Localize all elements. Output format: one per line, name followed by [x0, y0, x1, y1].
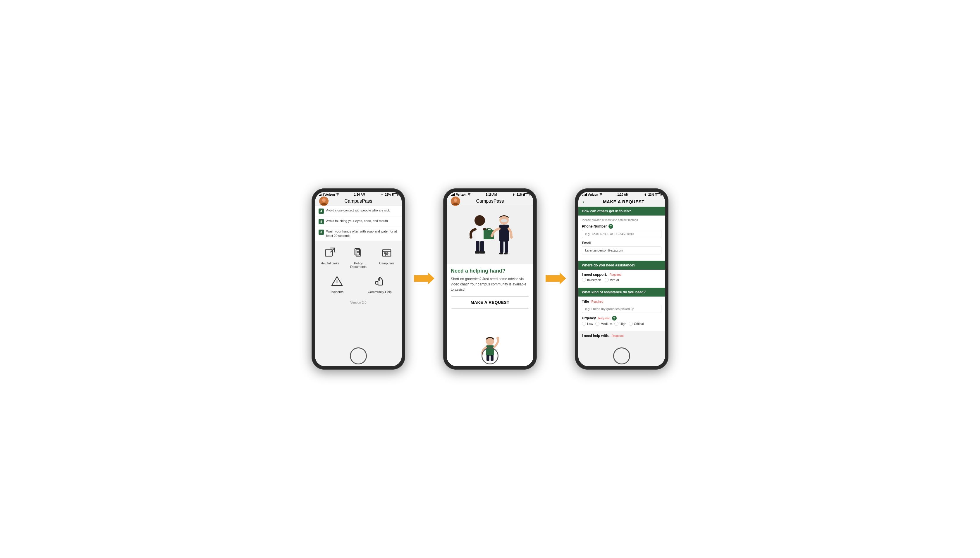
celebration-illustration [475, 334, 505, 363]
helping-desc: Short on groceries? Just need some advic… [451, 276, 529, 292]
nav-campuses[interactable]: Campuses [374, 246, 399, 269]
battery-icon-3 [655, 193, 661, 196]
nav-policy-documents[interactable]: Policy Documents [346, 246, 371, 269]
phone-input[interactable] [582, 230, 662, 238]
app-title-1: CampusPass [344, 199, 372, 204]
svg-rect-36 [486, 355, 489, 361]
help-with-section: I need help with: Required [578, 332, 665, 341]
assistance-section-header: What kind of assistance do you need? [578, 288, 665, 297]
battery-1: 22% [385, 193, 391, 196]
critical-label: Critical [634, 322, 644, 325]
critical-radio[interactable] [629, 322, 633, 326]
virtual-label: Virtual [610, 278, 619, 282]
battery-icon-2 [524, 193, 529, 196]
phone3-form[interactable]: How can others get in touch? Please prov… [578, 207, 665, 366]
svg-rect-23 [476, 241, 479, 252]
nav-incidents[interactable]: Incidents [317, 274, 356, 294]
help-with-label: I need help with: Required [582, 334, 662, 338]
carrier-3: Verizon [588, 193, 598, 196]
svg-rect-37 [491, 355, 494, 361]
support-label: I need support: Required [582, 272, 662, 277]
email-input[interactable] [582, 246, 662, 254]
policy-docs-label: Policy Documents [346, 261, 371, 269]
svg-rect-24 [480, 241, 484, 252]
nav-helpful-links[interactable]: Helpful Links [317, 246, 342, 269]
nav-community-help[interactable]: Community Help [360, 274, 399, 294]
list-text-4: Avoid close contact with people who are … [326, 208, 390, 213]
contact-section-header: How can others get in touch? [578, 207, 665, 215]
svg-point-20 [469, 236, 473, 239]
title-required: Required [591, 300, 603, 303]
svg-rect-28 [499, 225, 509, 241]
version-text: Version 2.0 [315, 298, 402, 307]
location-section-header: Where do you need assistance? [578, 261, 665, 270]
illustration-area [447, 206, 533, 264]
status-bar-1: Verizon 1:16 AM 22% [315, 192, 402, 197]
urgency-help-icon[interactable]: ? [612, 316, 617, 320]
wifi-icon-3 [599, 193, 602, 196]
make-request-button[interactable]: MAKE A REQUEST [451, 296, 529, 309]
battery-icon-1 [392, 193, 397, 196]
low-label: Low [587, 322, 593, 325]
signal-icon-3 [583, 193, 587, 196]
virtual-radio[interactable] [605, 278, 609, 282]
nav-grid-1: Helpful Links Policy Documents [315, 241, 402, 273]
wifi-icon [336, 193, 339, 196]
medium-label: Medium [601, 322, 612, 325]
urgency-high[interactable]: High [614, 322, 626, 326]
status-bar-3: Verizon 1:20 AM 21% [578, 192, 665, 197]
wifi-icon-2 [468, 193, 471, 196]
svg-rect-19 [475, 226, 484, 242]
high-label: High [620, 322, 626, 325]
time-2: 1:18 AM [486, 193, 497, 196]
virtual-option[interactable]: Virtual [605, 278, 619, 282]
urgency-critical[interactable]: Critical [629, 322, 644, 326]
app-header-1: CampusPass [315, 197, 402, 206]
helping-title: Need a helping hand? [451, 268, 529, 274]
in-person-radio[interactable] [582, 278, 586, 282]
documents-icon [351, 246, 365, 260]
support-radio-group: In-Person Virtual [582, 278, 662, 282]
svg-point-30 [510, 236, 513, 239]
medium-radio[interactable] [595, 322, 599, 326]
in-person-option[interactable]: In-Person [582, 278, 601, 282]
phone2-text-body: Need a helping hand? Short on groceries?… [447, 264, 533, 331]
phone2-body: Need a helping hand? Short on groceries?… [447, 206, 533, 366]
assistance-form-section: Title Required Urgency Required ? Low [578, 297, 665, 331]
svg-rect-26 [480, 251, 485, 254]
svg-point-1 [322, 198, 326, 202]
urgency-medium[interactable]: Medium [595, 322, 612, 326]
battery-2: 21% [517, 193, 522, 196]
carrier-2: Verizon [456, 193, 466, 196]
svg-marker-38 [546, 272, 566, 284]
make-request-title: MAKE A REQUEST [586, 199, 661, 204]
list-num-5: 5 [318, 219, 324, 224]
make-request-header: ‹ MAKE A REQUEST [578, 197, 665, 207]
email-label: Email [582, 241, 662, 245]
phone1-screen: 4 Avoid close contact with people who ar… [315, 206, 402, 366]
high-radio[interactable] [614, 322, 619, 326]
helping-illustration [461, 209, 519, 261]
hand-icon [373, 274, 387, 288]
list-item-4: 4 Avoid close contact with people who ar… [315, 206, 402, 217]
phone-help-icon[interactable]: ? [609, 224, 613, 229]
time-3: 1:20 AM [617, 193, 629, 196]
svg-marker-15 [414, 272, 434, 284]
back-arrow-icon[interactable]: ‹ [583, 199, 584, 205]
avatar-2 [451, 197, 460, 206]
list-num-4: 4 [318, 208, 324, 214]
phone-1: Verizon 1:16 AM 22% [312, 188, 405, 370]
phone-3: Verizon 1:20 AM 21% [575, 188, 668, 370]
title-input[interactable] [582, 305, 662, 313]
svg-point-18 [474, 215, 485, 226]
urgency-low[interactable]: Low [582, 322, 593, 326]
phone2-screen: Need a helping hand? Short on groceries?… [447, 206, 533, 366]
svg-point-17 [454, 198, 457, 202]
signal-icon [319, 193, 323, 196]
status-bar-2: Verizon 1:18 AM 21% [447, 192, 533, 197]
urgency-radio-group: Low Medium High Critical [582, 322, 662, 326]
low-radio[interactable] [582, 322, 586, 326]
arrow-2 [546, 271, 566, 287]
building-icon [380, 246, 394, 260]
app-header-2: CampusPass [447, 197, 533, 206]
